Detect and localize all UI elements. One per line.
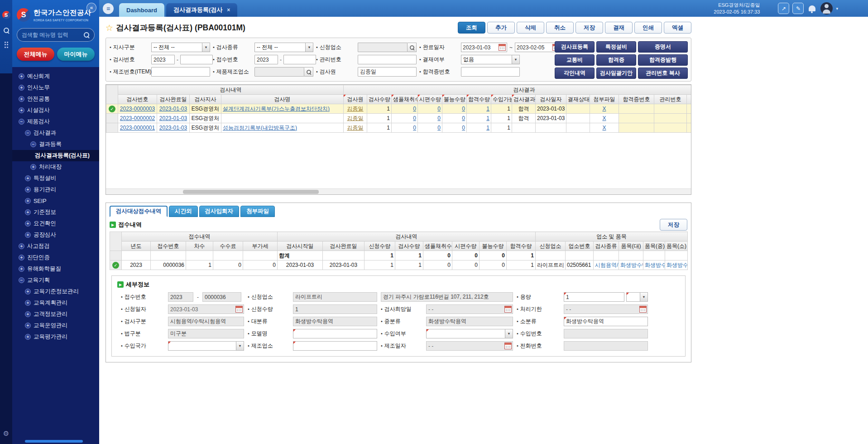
- model-input[interactable]: [293, 329, 377, 338]
- plus-icon[interactable]: +: [25, 209, 31, 215]
- save-button[interactable]: 저장: [660, 219, 687, 231]
- grid-cell[interactable]: 2023-0000001: [118, 123, 157, 133]
- tab-inspection-receipt[interactable]: 검사대상접수내역: [110, 206, 168, 217]
- hamburger-menu-icon[interactable]: ≡: [103, 3, 114, 14]
- plus-icon[interactable]: +: [19, 73, 24, 79]
- save-button[interactable]: 저장: [575, 22, 603, 34]
- branch-select[interactable]: -- 전체 --▼: [151, 43, 210, 52]
- my-menu-button[interactable]: 마이메뉴: [57, 48, 95, 61]
- plus-icon[interactable]: +: [25, 289, 31, 294]
- minus-icon[interactable]: −: [19, 277, 24, 283]
- plus-icon[interactable]: +: [25, 334, 31, 340]
- table-row[interactable]: ✓ 2023-0000003 2023-01-03 ESG경영처 설계단계검사기…: [106, 104, 692, 114]
- chevron-down-icon[interactable]: ▼: [640, 293, 647, 301]
- sidebar-item-base-info[interactable]: +기준정보: [12, 207, 99, 218]
- table-row[interactable]: ✓ 2023 0000036 1 0 0 2023-01-03 2023-01-…: [110, 261, 688, 270]
- delete-button[interactable]: 삭제: [517, 22, 544, 34]
- print-button[interactable]: 인쇄: [634, 22, 662, 34]
- minus-icon[interactable]: −: [19, 119, 24, 125]
- grid-cell[interactable]: 2023-01-03: [157, 104, 190, 114]
- plus-icon[interactable]: +: [30, 164, 36, 170]
- approval-select[interactable]: 없음▼: [461, 55, 520, 64]
- all-menu-button[interactable]: 전체메뉴: [17, 48, 54, 61]
- search-lookup-button[interactable]: [304, 67, 313, 77]
- plus-icon[interactable]: +: [25, 232, 31, 238]
- search-icon[interactable]: [3, 27, 10, 34]
- table-row[interactable]: 2023-0000002 2023-01-03 ESG경영처 김종일 1 0 0…: [106, 114, 692, 123]
- horizontal-scrollbar[interactable]: [106, 188, 691, 194]
- pass-cert-button[interactable]: 합격증: [596, 54, 636, 66]
- sidebar-item-diagnosis-cert[interactable]: +진단인증: [12, 252, 99, 263]
- import-yn-select[interactable]: ▼: [426, 329, 513, 338]
- maker-input[interactable]: [293, 341, 377, 351]
- bulk-draft-button[interactable]: 검사일괄기안: [596, 68, 636, 79]
- plus-icon[interactable]: +: [19, 255, 24, 261]
- sidebar-item-container-mgmt[interactable]: +용기관리: [12, 184, 99, 195]
- plus-icon[interactable]: +: [25, 175, 31, 181]
- sidebar-item-seip[interactable]: +SEIP: [12, 195, 99, 207]
- grid-cell[interactable]: X: [590, 104, 619, 114]
- capacity-input[interactable]: [564, 292, 624, 302]
- grid-cell[interactable]: 0: [392, 104, 418, 114]
- sidebar-scrollbar[interactable]: [25, 440, 83, 443]
- row-selector[interactable]: [106, 123, 118, 133]
- sidebar-collapse-button[interactable]: «: [86, 3, 96, 13]
- product-maker-input[interactable]: [254, 67, 304, 77]
- calendar-icon[interactable]: [499, 44, 506, 51]
- menu-search-input[interactable]: [22, 32, 81, 38]
- menu-grid-icon[interactable]: [5, 42, 8, 48]
- sidebar-item-result-register-sheet[interactable]: 검사결과등록(검사표): [12, 150, 99, 161]
- item-no-input[interactable]: [151, 67, 210, 77]
- inspection-no-year-input[interactable]: [151, 55, 175, 64]
- search-lookup-button[interactable]: [408, 43, 417, 52]
- gear-icon[interactable]: ⚙: [3, 430, 9, 438]
- plus-icon[interactable]: +: [19, 107, 24, 113]
- row-selector[interactable]: [106, 114, 118, 123]
- grid-cell[interactable]: X: [590, 114, 619, 123]
- grid-cell[interactable]: 0: [418, 114, 442, 123]
- plus-icon[interactable]: +: [19, 266, 24, 272]
- cert-no-input[interactable]: [461, 67, 520, 77]
- sidebar-item-safety[interactable]: +안전공통: [12, 93, 99, 105]
- chevron-down-icon[interactable]: ▼: [305, 43, 313, 52]
- grid-cell[interactable]: 설계단계검사기록부(가스누출경보차단장치): [221, 104, 344, 114]
- grid-cell[interactable]: 0: [442, 123, 467, 133]
- grid-cell[interactable]: 2023-01-03: [157, 114, 190, 123]
- copy-mgmt-no-button[interactable]: 관리번호 복사: [638, 68, 688, 79]
- search-icon[interactable]: [83, 32, 90, 38]
- tab-dashboard[interactable]: Dashboard: [119, 3, 164, 17]
- grid-cell[interactable]: 김종일: [344, 104, 367, 114]
- sidebar-item-hr[interactable]: +인사노무: [12, 82, 99, 93]
- certificate-button[interactable]: 증명서: [638, 41, 688, 53]
- search-button[interactable]: 조회: [458, 22, 485, 34]
- minus-icon[interactable]: −: [25, 130, 31, 136]
- logo[interactable]: S 한국가스안전공사 KOREA GAS SAFETY CORPORATION: [17, 8, 95, 22]
- tab-current-screen[interactable]: 검사결과등록(검사×: [166, 3, 237, 17]
- date-from-input[interactable]: [461, 44, 499, 51]
- chevron-down-icon[interactable]: ▼: [236, 342, 244, 350]
- transport-fee-button[interactable]: 교통비: [555, 54, 595, 66]
- chevron-down-icon[interactable]: ▼: [505, 329, 513, 338]
- row-selector[interactable]: ✓: [106, 104, 118, 114]
- grid-cell[interactable]: 2023-01-03: [157, 123, 190, 133]
- inspection-sheet-register-button[interactable]: 검사표등록: [555, 41, 595, 53]
- date-to-input[interactable]: [515, 44, 552, 51]
- sidebar-item-factory-audit[interactable]: +공장심사: [12, 229, 99, 241]
- sidebar-item-education-plan[interactable]: +교육계획관리: [12, 297, 99, 309]
- sidebar-item-education-standard[interactable]: +교육기준정보관리: [12, 286, 99, 297]
- row-selector[interactable]: ✓: [110, 261, 122, 270]
- plus-icon[interactable]: +: [19, 85, 24, 91]
- external-link-icon[interactable]: ↗: [778, 3, 789, 14]
- tab-overtime[interactable]: 시간외: [169, 206, 198, 217]
- plus-icon[interactable]: +: [25, 221, 31, 227]
- engraving-button[interactable]: 각인내역: [555, 68, 595, 79]
- sidebar-item-education-planning[interactable]: −교육기획: [12, 275, 99, 286]
- sidebar-item-budget[interactable]: +예산회계: [12, 71, 99, 82]
- sidebar-item-process-ledger[interactable]: +처리대장: [12, 161, 99, 173]
- plus-icon[interactable]: +: [25, 187, 31, 193]
- sidebar-item-education-operation[interactable]: +교육운영관리: [12, 320, 99, 331]
- grid-cell[interactable]: 1: [467, 114, 491, 123]
- grid-cell[interactable]: 1: [467, 104, 491, 114]
- applicant-input[interactable]: [358, 43, 408, 52]
- plus-icon[interactable]: +: [25, 323, 31, 328]
